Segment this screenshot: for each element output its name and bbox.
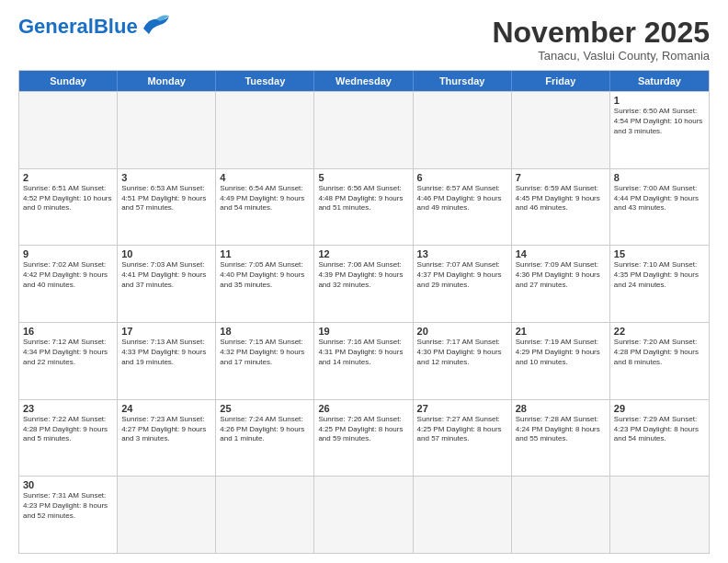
day-cell: 19Sunrise: 7:16 AM Sunset: 4:31 PM Dayli… bbox=[314, 323, 413, 399]
day-cell: 30Sunrise: 7:31 AM Sunset: 4:23 PM Dayli… bbox=[19, 477, 118, 553]
day-number: 28 bbox=[516, 403, 606, 414]
day-cell bbox=[216, 477, 314, 553]
day-number: 11 bbox=[220, 248, 310, 259]
day-number: 3 bbox=[121, 172, 211, 183]
day-info: Sunrise: 7:06 AM Sunset: 4:39 PM Dayligh… bbox=[318, 260, 408, 290]
day-info: Sunrise: 7:26 AM Sunset: 4:25 PM Dayligh… bbox=[318, 415, 408, 444]
day-info: Sunrise: 6:51 AM Sunset: 4:52 PM Dayligh… bbox=[23, 184, 113, 213]
day-info: Sunrise: 7:02 AM Sunset: 4:42 PM Dayligh… bbox=[23, 260, 113, 290]
day-number: 6 bbox=[417, 172, 507, 183]
day-number: 1 bbox=[614, 95, 705, 106]
logo-bird-icon bbox=[140, 10, 173, 36]
day-cell bbox=[512, 477, 610, 553]
day-cell bbox=[414, 92, 512, 168]
day-header-monday: Monday bbox=[118, 71, 216, 91]
day-number: 20 bbox=[417, 326, 507, 337]
day-number: 26 bbox=[318, 403, 408, 414]
day-cell: 27Sunrise: 7:27 AM Sunset: 4:25 PM Dayli… bbox=[414, 400, 512, 477]
day-cell bbox=[512, 92, 610, 168]
day-cell bbox=[216, 92, 314, 168]
logo: GeneralBlue bbox=[18, 17, 173, 37]
day-cell: 16Sunrise: 7:12 AM Sunset: 4:34 PM Dayli… bbox=[19, 323, 118, 399]
day-info: Sunrise: 7:03 AM Sunset: 4:41 PM Dayligh… bbox=[121, 260, 211, 290]
calendar: SundayMondayTuesdayWednesdayThursdayFrid… bbox=[18, 70, 710, 554]
day-number: 19 bbox=[318, 326, 408, 337]
day-info: Sunrise: 7:31 AM Sunset: 4:23 PM Dayligh… bbox=[23, 491, 113, 521]
day-header-saturday: Saturday bbox=[610, 71, 709, 91]
day-number: 30 bbox=[23, 479, 113, 490]
day-number: 14 bbox=[516, 248, 606, 259]
day-headers-row: SundayMondayTuesdayWednesdayThursdayFrid… bbox=[19, 71, 709, 91]
week-row-5: 30Sunrise: 7:31 AM Sunset: 4:23 PM Dayli… bbox=[19, 476, 709, 553]
day-number: 21 bbox=[516, 326, 606, 337]
day-header-tuesday: Tuesday bbox=[216, 71, 314, 91]
day-number: 27 bbox=[417, 403, 507, 414]
day-number: 18 bbox=[220, 326, 310, 337]
week-row-4: 23Sunrise: 7:22 AM Sunset: 4:28 PM Dayli… bbox=[19, 399, 709, 477]
day-number: 5 bbox=[318, 172, 408, 183]
week-row-0: 1Sunrise: 6:50 AM Sunset: 4:54 PM Daylig… bbox=[19, 91, 709, 168]
day-info: Sunrise: 6:59 AM Sunset: 4:45 PM Dayligh… bbox=[516, 184, 606, 213]
day-cell bbox=[314, 92, 413, 168]
day-cell bbox=[19, 92, 118, 168]
day-header-friday: Friday bbox=[512, 71, 610, 91]
day-number: 8 bbox=[614, 172, 705, 183]
day-cell bbox=[118, 477, 216, 553]
logo-general: General bbox=[18, 15, 94, 38]
logo-blue: Blue bbox=[94, 15, 138, 38]
day-cell: 29Sunrise: 7:29 AM Sunset: 4:23 PM Dayli… bbox=[610, 400, 709, 477]
day-cell: 9Sunrise: 7:02 AM Sunset: 4:42 PM Daylig… bbox=[19, 246, 118, 322]
day-number: 22 bbox=[614, 326, 705, 337]
day-info: Sunrise: 7:05 AM Sunset: 4:40 PM Dayligh… bbox=[220, 260, 310, 290]
day-number: 15 bbox=[614, 248, 705, 259]
day-cell: 10Sunrise: 7:03 AM Sunset: 4:41 PM Dayli… bbox=[118, 246, 216, 322]
day-cell: 12Sunrise: 7:06 AM Sunset: 4:39 PM Dayli… bbox=[314, 246, 413, 322]
day-info: Sunrise: 7:23 AM Sunset: 4:27 PM Dayligh… bbox=[121, 415, 211, 444]
day-cell: 22Sunrise: 7:20 AM Sunset: 4:28 PM Dayli… bbox=[610, 323, 709, 399]
day-info: Sunrise: 7:12 AM Sunset: 4:34 PM Dayligh… bbox=[23, 338, 113, 367]
day-info: Sunrise: 7:09 AM Sunset: 4:36 PM Dayligh… bbox=[516, 260, 606, 290]
day-info: Sunrise: 7:29 AM Sunset: 4:23 PM Dayligh… bbox=[614, 415, 705, 444]
day-info: Sunrise: 6:50 AM Sunset: 4:54 PM Dayligh… bbox=[614, 107, 705, 136]
day-info: Sunrise: 7:20 AM Sunset: 4:28 PM Dayligh… bbox=[614, 338, 705, 367]
day-number: 12 bbox=[318, 248, 408, 259]
week-row-2: 9Sunrise: 7:02 AM Sunset: 4:42 PM Daylig… bbox=[19, 245, 709, 322]
day-info: Sunrise: 6:53 AM Sunset: 4:51 PM Dayligh… bbox=[121, 184, 211, 213]
day-info: Sunrise: 7:27 AM Sunset: 4:25 PM Dayligh… bbox=[417, 415, 507, 444]
day-number: 10 bbox=[121, 248, 211, 259]
day-info: Sunrise: 6:57 AM Sunset: 4:46 PM Dayligh… bbox=[417, 184, 507, 213]
day-cell: 6Sunrise: 6:57 AM Sunset: 4:46 PM Daylig… bbox=[414, 169, 512, 246]
day-info: Sunrise: 7:28 AM Sunset: 4:24 PM Dayligh… bbox=[516, 415, 606, 444]
day-cell: 17Sunrise: 7:13 AM Sunset: 4:33 PM Dayli… bbox=[118, 323, 216, 399]
title-area: November 2025 Tanacu, Vaslui County, Rom… bbox=[492, 17, 710, 63]
day-cell: 20Sunrise: 7:17 AM Sunset: 4:30 PM Dayli… bbox=[414, 323, 512, 399]
calendar-body: 1Sunrise: 6:50 AM Sunset: 4:54 PM Daylig… bbox=[19, 91, 709, 553]
day-number: 29 bbox=[614, 403, 705, 414]
day-info: Sunrise: 7:15 AM Sunset: 4:32 PM Dayligh… bbox=[220, 338, 310, 367]
day-cell: 3Sunrise: 6:53 AM Sunset: 4:51 PM Daylig… bbox=[118, 169, 216, 246]
day-info: Sunrise: 7:00 AM Sunset: 4:44 PM Dayligh… bbox=[614, 184, 705, 213]
day-header-thursday: Thursday bbox=[414, 71, 512, 91]
day-info: Sunrise: 6:56 AM Sunset: 4:48 PM Dayligh… bbox=[318, 184, 408, 213]
day-info: Sunrise: 7:22 AM Sunset: 4:28 PM Dayligh… bbox=[23, 415, 113, 444]
day-number: 25 bbox=[220, 403, 310, 414]
day-info: Sunrise: 7:24 AM Sunset: 4:26 PM Dayligh… bbox=[220, 415, 310, 444]
logo-text: GeneralBlue bbox=[18, 17, 138, 37]
day-cell: 15Sunrise: 7:10 AM Sunset: 4:35 PM Dayli… bbox=[610, 246, 709, 322]
day-cell: 2Sunrise: 6:51 AM Sunset: 4:52 PM Daylig… bbox=[19, 169, 118, 246]
day-number: 4 bbox=[220, 172, 310, 183]
day-cell bbox=[314, 477, 413, 553]
day-cell: 23Sunrise: 7:22 AM Sunset: 4:28 PM Dayli… bbox=[19, 400, 118, 477]
day-number: 16 bbox=[23, 326, 113, 337]
day-header-sunday: Sunday bbox=[19, 71, 118, 91]
day-cell bbox=[118, 92, 216, 168]
day-info: Sunrise: 6:54 AM Sunset: 4:49 PM Dayligh… bbox=[220, 184, 310, 213]
day-cell: 28Sunrise: 7:28 AM Sunset: 4:24 PM Dayli… bbox=[512, 400, 610, 477]
day-number: 23 bbox=[23, 403, 113, 414]
month-title: November 2025 bbox=[492, 17, 710, 49]
day-info: Sunrise: 7:19 AM Sunset: 4:29 PM Dayligh… bbox=[516, 338, 606, 367]
day-number: 2 bbox=[23, 172, 113, 183]
day-cell: 21Sunrise: 7:19 AM Sunset: 4:29 PM Dayli… bbox=[512, 323, 610, 399]
day-cell: 18Sunrise: 7:15 AM Sunset: 4:32 PM Dayli… bbox=[216, 323, 314, 399]
day-cell: 8Sunrise: 7:00 AM Sunset: 4:44 PM Daylig… bbox=[610, 169, 709, 246]
